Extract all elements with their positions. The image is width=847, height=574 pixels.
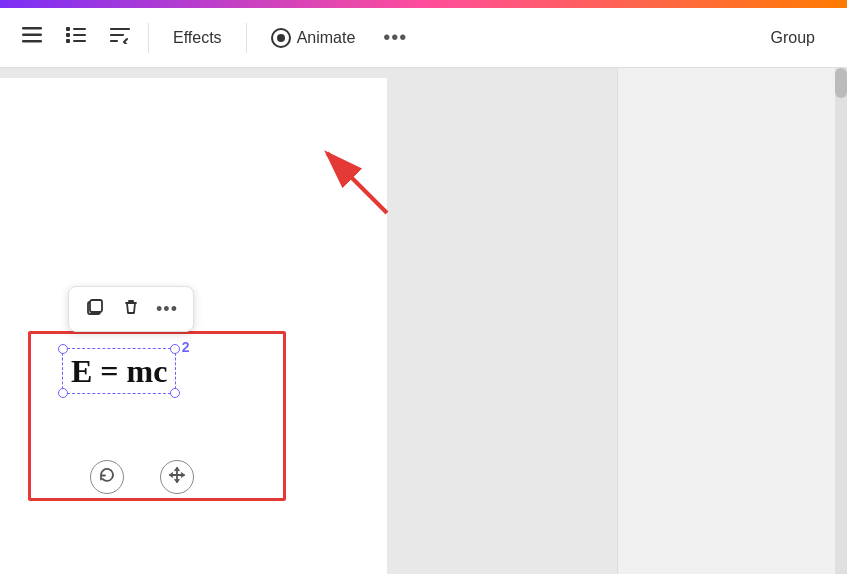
svg-rect-10 bbox=[90, 300, 102, 312]
top-gradient-bar bbox=[0, 0, 847, 8]
list-button[interactable] bbox=[56, 18, 96, 58]
main-content: ••• E = mc 2 bbox=[0, 68, 847, 574]
effects-label: Effects bbox=[173, 29, 222, 47]
more-options-button[interactable]: ••• bbox=[151, 293, 183, 325]
toolbar: Effects Animate ••• Group bbox=[0, 8, 847, 68]
svg-rect-6 bbox=[73, 34, 86, 36]
scrollbar-thumb[interactable] bbox=[835, 68, 847, 98]
list-icon bbox=[66, 27, 86, 48]
svg-rect-7 bbox=[66, 39, 70, 43]
rotate-icon bbox=[98, 466, 116, 488]
move-icon bbox=[168, 466, 186, 488]
group-label: Group bbox=[771, 29, 815, 47]
divider-2 bbox=[246, 23, 247, 53]
sort-icon bbox=[110, 26, 130, 49]
text-selection-outline: E = mc 2 bbox=[62, 348, 176, 394]
svg-rect-3 bbox=[66, 27, 70, 31]
svg-rect-0 bbox=[22, 27, 42, 30]
animate-label: Animate bbox=[297, 29, 356, 47]
svg-rect-1 bbox=[22, 34, 42, 37]
animate-button[interactable]: Animate bbox=[255, 18, 372, 58]
sort-button[interactable] bbox=[100, 18, 140, 58]
svg-line-12 bbox=[327, 153, 387, 213]
bottom-controls bbox=[90, 460, 194, 494]
superscript-badge: 2 bbox=[182, 339, 190, 355]
float-toolbar: ••• bbox=[68, 286, 194, 332]
svg-rect-8 bbox=[73, 40, 86, 42]
canvas-area[interactable]: ••• E = mc 2 bbox=[0, 68, 617, 574]
duplicate-button[interactable] bbox=[79, 293, 111, 325]
move-control[interactable] bbox=[160, 460, 194, 494]
duplicate-icon bbox=[85, 297, 105, 321]
effects-button[interactable]: Effects bbox=[157, 18, 238, 58]
svg-rect-5 bbox=[66, 33, 70, 37]
more-options-icon: ••• bbox=[156, 299, 178, 320]
more-button[interactable]: ••• bbox=[375, 18, 415, 58]
handle-top-left[interactable] bbox=[58, 344, 68, 354]
formula-text: E = mc bbox=[71, 353, 167, 389]
right-panel bbox=[617, 68, 847, 574]
more-icon: ••• bbox=[383, 26, 407, 49]
handle-bottom-left[interactable] bbox=[58, 388, 68, 398]
scrollbar[interactable] bbox=[835, 68, 847, 574]
hamburger-icon bbox=[22, 27, 42, 48]
divider-1 bbox=[148, 23, 149, 53]
text-element-container[interactable]: E = mc 2 bbox=[62, 348, 176, 394]
animate-icon bbox=[271, 28, 291, 48]
group-button[interactable]: Group bbox=[751, 18, 835, 58]
hamburger-button[interactable] bbox=[12, 18, 52, 58]
svg-rect-2 bbox=[22, 40, 42, 43]
rotate-control[interactable] bbox=[90, 460, 124, 494]
delete-icon bbox=[121, 297, 141, 321]
delete-button[interactable] bbox=[115, 293, 147, 325]
svg-rect-4 bbox=[73, 28, 86, 30]
red-arrow-annotation bbox=[312, 138, 402, 232]
